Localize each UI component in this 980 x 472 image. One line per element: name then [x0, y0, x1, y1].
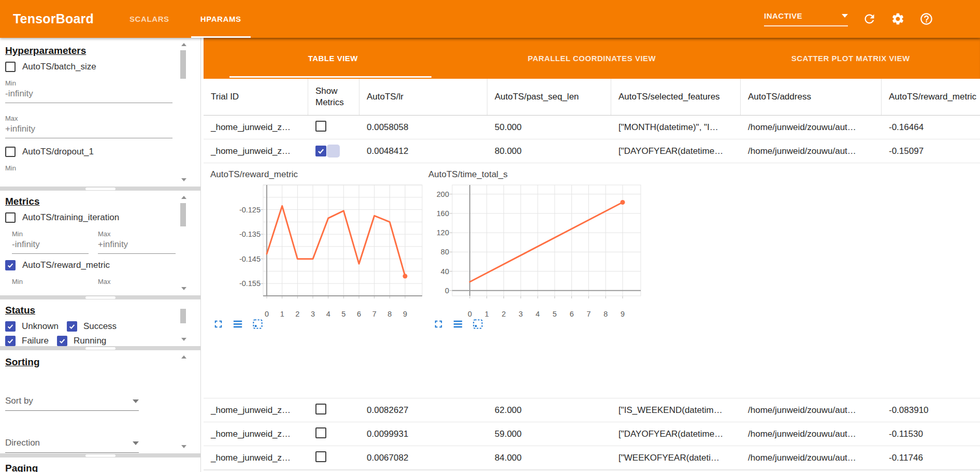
table-row[interactable]: _home_junweid_z… 0.0099931 59.000 ["DAYO…	[204, 422, 980, 446]
tab-parallel-coordinates-view[interactable]: PARALLEL COORDINATES VIEW	[463, 38, 722, 79]
min-input[interactable]: -infinity	[12, 238, 89, 254]
scrollbar-thumb[interactable]	[180, 309, 186, 323]
direction-select[interactable]: Direction	[5, 436, 139, 453]
col-lr[interactable]: AutoTS/lr	[359, 79, 487, 115]
refresh-icon[interactable]	[862, 12, 876, 26]
min-label: Min	[5, 164, 174, 172]
tab-hparams[interactable]: HPARAMS	[185, 0, 257, 38]
scroll-up-icon[interactable]	[181, 355, 186, 359]
col-address[interactable]: AutoTS/address	[741, 79, 882, 115]
lines-icon[interactable]	[232, 318, 244, 330]
tab-table-view[interactable]: TABLE VIEW	[204, 38, 463, 79]
direction-value: Direction	[5, 438, 40, 448]
run-status-dropdown[interactable]: INACTIVE	[764, 11, 848, 26]
col-trial-id[interactable]: Trial ID	[204, 79, 308, 115]
scroll-down-icon[interactable]	[181, 445, 186, 448]
status-option-failure: Failure	[5, 336, 49, 346]
scroll-up-icon[interactable]	[181, 196, 186, 199]
max-input[interactable]: +infinity	[5, 122, 172, 138]
svg-text:40: 40	[441, 267, 449, 276]
cell-selected-features: ["DAYOFYEAR(datetime…	[611, 429, 741, 439]
checkbox-batch-size[interactable]	[5, 62, 16, 72]
table-row[interactable]: _home_junweid_z… 0.0058058 50.000 ["MONT…	[204, 116, 980, 139]
appbar-tabs: SCALARS HPARAMS	[114, 0, 257, 38]
table-row[interactable]: _home_junweid_z… 0.0082627 62.000 ["IS_W…	[204, 398, 980, 422]
col-past-seq-len[interactable]: AutoTS/past_seq_len	[487, 79, 611, 115]
max-input[interactable]: +infinity	[98, 238, 176, 254]
section-sorting: Sorting Sort by Direction	[0, 350, 200, 453]
section-resize-handle[interactable]	[0, 187, 200, 191]
lines-icon[interactable]	[452, 318, 464, 330]
scroll-down-icon[interactable]	[181, 287, 186, 290]
scrollbar-thumb[interactable]	[180, 203, 186, 226]
svg-text:160: 160	[437, 209, 449, 218]
show-metrics-checkbox[interactable]	[315, 121, 326, 132]
cell-past-seq-len: 84.000	[487, 453, 611, 463]
col-reward-metric[interactable]: AutoTS/reward_metric	[882, 79, 980, 115]
status-heading: Status	[5, 305, 174, 316]
table-row[interactable]: _home_junweid_z… 0.0067082 84.000 ["WEEK…	[204, 446, 980, 470]
cell-reward-metric: -0.083910	[882, 405, 980, 416]
show-metrics-checkbox[interactable]	[315, 427, 326, 438]
cell-address: /home/junweid/zouwu/aut…	[741, 405, 882, 416]
checkbox-status-unknown[interactable]	[5, 321, 16, 332]
checkbox-dropout-1[interactable]	[5, 147, 16, 157]
tab-scatter-plot-matrix-view[interactable]: SCATTER PLOT MATRIX VIEW	[721, 38, 980, 79]
scroll-down-icon[interactable]	[181, 178, 186, 181]
svg-text:6: 6	[357, 310, 361, 318]
svg-text:80: 80	[441, 248, 449, 256]
cell-past-seq-len: 59.000	[487, 429, 611, 439]
cell-show-metrics	[308, 427, 359, 441]
section-scrollbar[interactable]	[180, 195, 187, 291]
cell-address: /home/junweid/zouwu/aut…	[741, 429, 882, 439]
help-icon[interactable]	[919, 12, 933, 26]
cell-selected-features: ["MONTH(datetime)", "I…	[611, 122, 741, 133]
dashed-box-icon[interactable]	[472, 318, 484, 330]
scroll-down-icon[interactable]	[181, 338, 186, 341]
sort-by-select[interactable]: Sort by	[5, 394, 139, 411]
checkbox-status-running[interactable]	[57, 336, 67, 346]
section-resize-handle[interactable]	[0, 453, 200, 457]
section-scrollbar[interactable]	[180, 354, 187, 449]
show-metrics-checkbox[interactable]	[315, 451, 326, 462]
metrics-heading: Metrics	[5, 196, 174, 207]
col-selected-features[interactable]: AutoTS/selected_features	[611, 79, 741, 115]
min-input[interactable]: -infinity	[5, 87, 172, 103]
expand-icon[interactable]	[433, 318, 444, 330]
cell-show-metrics	[308, 404, 359, 417]
settings-gear-icon[interactable]	[891, 12, 905, 26]
svg-text:-0.135: -0.135	[239, 230, 261, 238]
svg-text:8: 8	[603, 310, 608, 318]
hparam-label: AutoTS/dropout_1	[22, 147, 94, 157]
section-paging: Paging	[0, 457, 200, 472]
scrollbar-thumb[interactable]	[180, 50, 186, 79]
chevron-down-icon	[842, 14, 848, 18]
checkbox-training-iteration[interactable]	[5, 212, 16, 223]
expand-icon[interactable]	[212, 318, 224, 330]
chart-toolbar	[212, 318, 264, 330]
metric-line-charts[interactable]: 0123456789-0.125-0.135-0.145-0.155012345…	[204, 163, 980, 398]
checkbox-status-failure[interactable]	[5, 336, 16, 346]
status-option-unknown: Unknown	[5, 321, 59, 332]
scroll-up-icon[interactable]	[181, 43, 186, 46]
svg-text:3: 3	[518, 310, 523, 318]
section-scrollbar[interactable]	[180, 42, 187, 182]
cell-trial-id: _home_junweid_z…	[204, 453, 308, 463]
col-show-metrics[interactable]: Show Metrics	[308, 79, 359, 115]
section-resize-handle[interactable]	[0, 346, 200, 350]
paging-heading: Paging	[5, 463, 174, 472]
chart-toolbar	[433, 318, 484, 330]
show-metrics-checkbox[interactable]	[315, 404, 326, 414]
tab-scalars-label: SCALARS	[129, 15, 169, 23]
show-metrics-checkbox[interactable]	[315, 146, 326, 156]
table-row[interactable]: _home_junweid_z… 0.0048412 80.000 ["DAYO…	[204, 139, 980, 163]
cell-trial-id: _home_junweid_z…	[204, 146, 308, 156]
svg-text:7: 7	[372, 310, 377, 318]
section-scrollbar[interactable]	[180, 304, 187, 342]
checkbox-reward-metric[interactable]	[5, 260, 16, 270]
checkbox-status-success[interactable]	[67, 321, 77, 332]
tab-scalars[interactable]: SCALARS	[114, 0, 185, 38]
cell-past-seq-len: 80.000	[487, 146, 611, 156]
dashed-box-icon[interactable]	[252, 318, 264, 330]
section-resize-handle[interactable]	[0, 295, 200, 299]
